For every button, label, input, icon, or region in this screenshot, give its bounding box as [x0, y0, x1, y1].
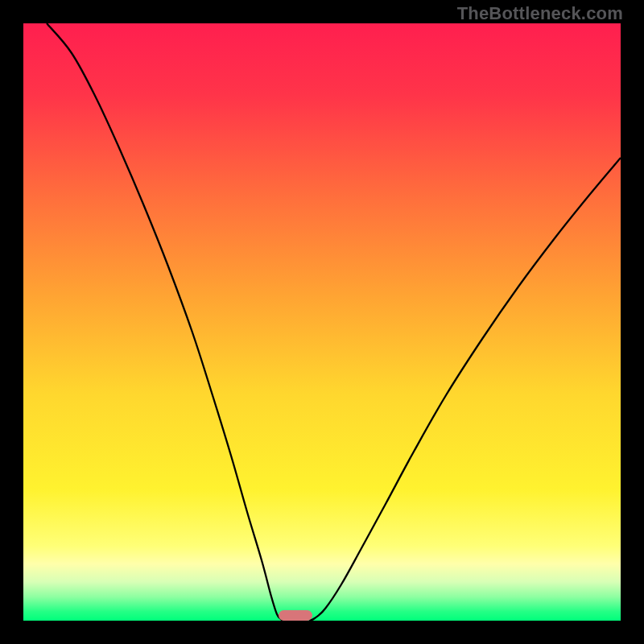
- watermark-text: TheBottleneck.com: [457, 3, 623, 24]
- svg-rect-0: [23, 23, 621, 621]
- chart-frame: [23, 23, 621, 621]
- chart-background-gradient: [23, 23, 621, 621]
- bottleneck-marker: [279, 610, 312, 621]
